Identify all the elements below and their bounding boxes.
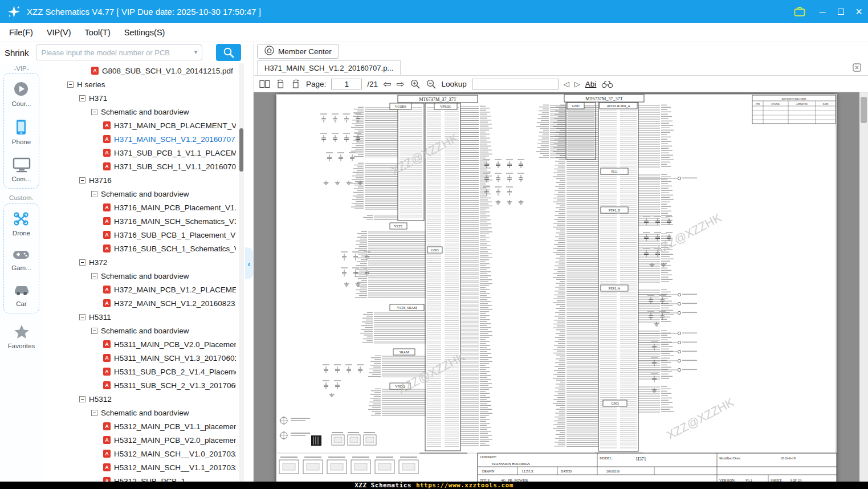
rotate-right-icon[interactable] [291, 79, 301, 89]
zoom-out-icon[interactable] [426, 79, 437, 89]
close-all-tabs-icon[interactable] [853, 63, 861, 72]
tree-item[interactable]: H3716_SUB_PCB_1_Placement_V1... [43, 228, 245, 242]
tree-item[interactable]: H3716 [43, 173, 245, 187]
sidebar-item-drone[interactable]: Drone [13, 211, 30, 237]
member-center-button[interactable]: Member Center [257, 44, 339, 59]
tree-item[interactable]: H5311 [43, 310, 245, 324]
maximize-button[interactable] [832, 0, 850, 23]
tree-collapse-icon[interactable] [67, 82, 74, 88]
svg-text:PLL: PLL [612, 170, 618, 173]
match-case-toggle[interactable]: Abi [585, 80, 597, 88]
tree-scrollbar-thumb[interactable] [239, 128, 243, 172]
tree-item[interactable]: H3716_SUB_SCH_1_Schematics_V... [43, 242, 245, 255]
next-match-icon[interactable]: ▷ [574, 80, 580, 88]
close-button[interactable]: × [850, 0, 868, 23]
tree-item[interactable]: H5311_SUB_PCB_2_V1.4_Placemen... [43, 365, 245, 378]
tree-collapse-icon[interactable] [91, 410, 97, 416]
tree-scrollbar[interactable] [239, 63, 244, 482]
collapse-panel-button[interactable]: ‹ [245, 247, 253, 279]
tree-collapse-icon[interactable] [91, 191, 97, 197]
briefcase-icon[interactable] [794, 6, 805, 17]
minimize-button[interactable]: ─ [813, 0, 832, 23]
tree-item[interactable]: Schematic and boardview [43, 187, 245, 201]
tree-item[interactable]: H5312_MAIN_SCH__V1.1_2017032... [43, 461, 245, 474]
viewer-scrollbar-thumb[interactable] [861, 97, 867, 123]
zoom-in-icon[interactable] [410, 79, 421, 89]
tree-item[interactable]: H5312_MAIN_PCB_V1.1_placemen... [43, 419, 245, 433]
svg-text:CTR: CTR [756, 103, 760, 105]
tree-item[interactable]: H5311_SUB_SCH_2_V1.3_2017060... [43, 378, 245, 392]
tree-item[interactable]: Schematic and boardview [43, 269, 245, 283]
tree-item[interactable]: H5312_MAIN_PCB_V2.0_placemen... [43, 433, 245, 447]
tree-collapse-icon[interactable] [79, 396, 85, 402]
tree-item[interactable]: H371_MAIN_SCH_V1.2_20160707.p... [43, 132, 245, 146]
tree-item-label: H5312_MAIN_SCH__V1.0_2017032... [114, 450, 236, 458]
tree-collapse-icon[interactable] [79, 259, 85, 266]
tree-item[interactable]: H5311_MAIN_PCB_V2.0_Placemen... [43, 337, 245, 351]
menu-file[interactable]: File(F) [9, 28, 33, 37]
rotate-left-icon[interactable] [275, 79, 286, 89]
computer-icon [13, 157, 31, 174]
tree-item[interactable]: H3716_MAIN_PCB_Placement_V1... [43, 201, 245, 214]
search-button[interactable] [216, 44, 241, 61]
two-page-view-icon[interactable] [259, 80, 270, 88]
document-tab[interactable]: H371_MAIN_SCH_V1.2_20160707.p... [257, 60, 401, 75]
sidebar-item-course[interactable]: Cour... [12, 80, 31, 107]
tree-item[interactable]: G808_SUB_SCH_V1.0_20141215.pdf [43, 64, 245, 78]
shrink-button[interactable]: Shrink [5, 48, 29, 58]
sidebar-item-label: Gam... [11, 264, 31, 271]
tree-item-label: H5311_SUB_PCB_2_V1.4_Placemen... [114, 368, 236, 376]
tree-item[interactable]: H372 [43, 255, 245, 269]
tree-item[interactable]: H5312 [43, 392, 245, 406]
tree-item-label: Schematic and boardview [101, 272, 189, 280]
file-tree: G808_SUB_SCH_V1.0_20141215.pdfH seriesH3… [43, 64, 245, 482]
sidebar-item-game[interactable]: Gam... [11, 248, 31, 271]
viewer-scrollbar[interactable] [859, 92, 868, 482]
tree-item[interactable]: H5311_MAIN_SCH_V1.3_20170601... [43, 351, 245, 365]
sidebar-item-computer[interactable]: Com... [12, 157, 31, 182]
svg-text:Modified Date:: Modified Date: [719, 456, 741, 460]
tree-item[interactable]: Schematic and boardview [43, 324, 245, 337]
tree-collapse-icon[interactable] [79, 95, 85, 101]
menu-vip[interactable]: VIP(V) [47, 28, 71, 37]
svg-text:MODEL:: MODEL: [600, 457, 613, 460]
lookup-input[interactable] [472, 79, 559, 89]
tab-bar: H371_MAIN_SCH_V1.2_20160707.p... [254, 60, 868, 76]
sidebar-item-favorites[interactable]: Favorites [0, 324, 43, 349]
dropdown-chevron-icon[interactable]: ▾ [194, 48, 198, 56]
tree-item[interactable]: H372_MAIN_SCH_V1.2_20160823.p... [43, 296, 245, 310]
page-input[interactable] [331, 79, 362, 89]
sidebar-item-car[interactable]: Car [13, 283, 31, 307]
gamepad-icon [12, 248, 30, 263]
pdf-file-icon [103, 477, 111, 482]
next-page-icon[interactable]: ⇨ [396, 79, 404, 89]
svg-text:APPROVED: APPROVED [796, 103, 808, 105]
tree-item[interactable]: H3716_MAIN_SCH_Schematics_V1... [43, 214, 245, 228]
tree-collapse-icon[interactable] [79, 177, 85, 184]
tree-item[interactable]: H5312_SUB_PCB_1_... [43, 474, 245, 482]
tree-item[interactable]: H series [43, 78, 245, 91]
tree-item[interactable]: H371 [43, 91, 245, 105]
tree-item[interactable]: H372_MAIN_PCB_V1.2_PLACEMEN... [43, 283, 245, 296]
search-input[interactable] [36, 45, 202, 60]
tree-item[interactable]: H371_MAIN_PCB_PLACEMENT_V1... [43, 119, 245, 132]
tree-item[interactable]: Schematic and boardview [43, 105, 245, 119]
tree-collapse-icon[interactable] [91, 273, 97, 279]
tree-item[interactable]: H5312_MAIN_SCH__V1.0_2017032... [43, 447, 245, 461]
search-combobox[interactable]: ▾ [36, 44, 202, 60]
tree-item-label: H5311_MAIN_PCB_V2.0_Placemen... [114, 340, 236, 349]
tree-item[interactable]: Schematic and boardview [43, 406, 245, 419]
tree-collapse-icon[interactable] [91, 328, 97, 334]
menu-settings[interactable]: Settings(S) [124, 28, 165, 37]
menu-tool[interactable]: Tool(T) [85, 28, 111, 37]
binoculars-icon[interactable] [601, 80, 613, 88]
prev-page-icon[interactable]: ⇦ [383, 79, 391, 89]
tree-item[interactable]: H371_SUB_PCB_1_V1.1_PLACEMEN... [43, 146, 245, 160]
tree-item[interactable]: H371_SUB_SCH_1_V1.1_20160707... [43, 160, 245, 173]
prev-match-icon[interactable]: ◁ [564, 80, 569, 88]
tree-collapse-icon[interactable] [91, 109, 97, 115]
panel-splitter[interactable]: ‹ [245, 63, 253, 482]
sidebar-item-phone[interactable]: Phone [12, 119, 31, 145]
phone-icon [14, 119, 28, 137]
tree-collapse-icon[interactable] [79, 314, 85, 320]
